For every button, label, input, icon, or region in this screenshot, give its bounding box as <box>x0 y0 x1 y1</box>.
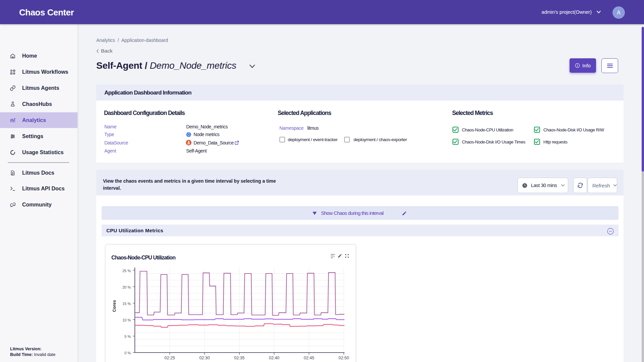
svg-text:02:30: 02:30 <box>199 356 210 360</box>
svg-text:5 %: 5 % <box>124 335 131 339</box>
svg-text:Cores: Cores <box>112 300 117 312</box>
svg-text:10 %: 10 % <box>122 318 131 322</box>
svg-text:02:45: 02:45 <box>304 356 314 360</box>
svg-text:0 %: 0 % <box>124 351 131 355</box>
svg-text:02:40: 02:40 <box>269 356 279 360</box>
svg-text:15 %: 15 % <box>122 302 131 306</box>
svg-text:25 %: 25 % <box>122 269 131 273</box>
svg-text:02:25: 02:25 <box>164 356 175 360</box>
svg-text:02:50: 02:50 <box>338 356 349 360</box>
svg-text:20 %: 20 % <box>122 285 131 289</box>
svg-text:02:35: 02:35 <box>234 356 245 360</box>
